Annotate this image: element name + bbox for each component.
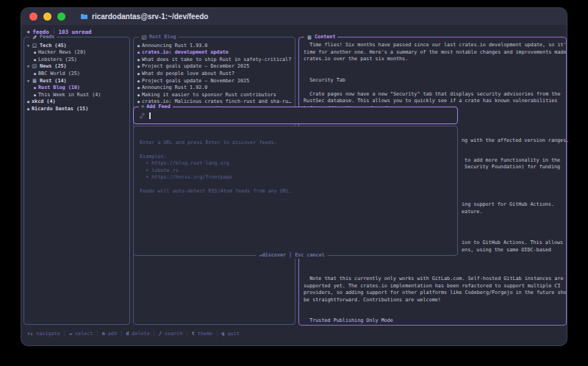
sidebar-folder[interactable]: ▼News (25) xyxy=(24,63,129,71)
article-list-item[interactable]: ●Making it easier to sponsor Rust contri… xyxy=(134,91,295,98)
content-text-line xyxy=(304,70,564,77)
feed-label: Rust (14) xyxy=(40,78,67,84)
unread-dot: ● xyxy=(137,71,140,76)
cancel-hint: Esc cancel xyxy=(295,252,325,259)
status-separator: │ xyxy=(117,330,126,338)
unread-dot: ● xyxy=(137,93,140,97)
unread-dot: ● xyxy=(137,85,140,90)
discover-help-line xyxy=(140,132,292,140)
content-text-fragment: ng with the affected version ranges. xyxy=(462,137,569,145)
sidebar-feed-item[interactable]: ●This Week in Rust (4) xyxy=(24,91,129,98)
status-separator: │ xyxy=(212,330,221,338)
status-key: n xyxy=(102,331,108,337)
sidebar-feed-item[interactable]: ●BBC World (25) xyxy=(24,70,129,77)
article-list-item[interactable]: ●Announcing Rust 1.92.0 xyxy=(134,84,295,91)
content-text-line: supported yet. The crates.io implementat… xyxy=(304,283,564,290)
sidebar-feed-item[interactable]: ●xkcd (4) xyxy=(24,98,129,105)
sidebar-folder[interactable]: ▼Rust (14) xyxy=(24,77,129,85)
link-icon xyxy=(139,112,146,119)
discover-help-line: • lobste.rs xyxy=(140,168,292,175)
status-label: quit xyxy=(227,331,239,337)
unread-count: 103 unread xyxy=(58,28,91,36)
unread-dot: ● xyxy=(27,99,29,104)
unread-dot: ● xyxy=(34,50,36,54)
zoom-button[interactable] xyxy=(57,12,65,21)
feed-label: BBC World (25) xyxy=(38,71,80,76)
article-title: Announcing Rust 1.93.0 xyxy=(142,43,207,49)
discover-help-line xyxy=(140,182,292,189)
window-title-group: ricardodantas@srv-1:~/dev/feedo xyxy=(80,8,208,25)
content-text-line xyxy=(304,304,564,311)
feed-label: Tech (45) xyxy=(40,43,67,49)
article-title: Making it easier to sponsor Rust contrib… xyxy=(142,92,276,98)
content-text-line: Security Tab xyxy=(304,77,564,85)
article-list-item[interactable]: ●crates.io: development update xyxy=(134,49,295,57)
feed-label: Hacker News (20) xyxy=(38,49,86,55)
feed-label: Lobsters (25) xyxy=(38,57,77,62)
sidebar-feed-item[interactable]: ●Rust Blog (10) xyxy=(24,84,129,91)
status-hint-search: / search xyxy=(159,330,183,338)
minimize-button[interactable] xyxy=(43,12,51,21)
article-list: ●Announcing Rust 1.93.0●crates.io: devel… xyxy=(134,37,295,112)
feed-label: Ricardo Dantas (15) xyxy=(32,106,88,112)
article-list-item[interactable]: ●What do people love about Rust? xyxy=(134,70,295,77)
status-separator: │ xyxy=(60,330,69,338)
status-label: search xyxy=(165,331,182,337)
unread-dot: ● xyxy=(137,64,140,68)
feeds-tree: ▼Tech (45)●Hacker News (20)●Lobsters (25… xyxy=(24,37,129,112)
feed-url-input[interactable] xyxy=(135,108,456,123)
status-key: / xyxy=(159,331,165,337)
discover-footer-hints: ↵discover │ Esc cancel xyxy=(256,252,327,259)
status-separator: │ xyxy=(150,330,159,338)
status-hint-quit: q quit xyxy=(221,330,239,338)
status-key: t xyxy=(192,331,198,337)
discover-help-line: • https://blog.rust-lang.org xyxy=(140,160,292,168)
status-hint-delete: d delete xyxy=(126,330,150,338)
sidebar-feed-item[interactable]: ●Lobsters (25) xyxy=(24,56,129,63)
content-text-top: Time flies! Six months have passed since… xyxy=(304,42,564,112)
titlebar: ricardodantas@srv-1:~/dev/feedo xyxy=(21,8,567,25)
feed-label: xkcd (4) xyxy=(32,98,56,104)
content-text-line: crates.io over the past six months. xyxy=(304,56,564,63)
content-text-line: Note that this currently only works with… xyxy=(304,276,564,283)
content-text-line xyxy=(304,63,564,71)
book-icon xyxy=(32,78,37,84)
unread-dot: ● xyxy=(34,57,36,62)
add-feed-modal: + Add Feed xyxy=(133,107,458,124)
chevron-down-icon: ▼ xyxy=(27,43,29,48)
content-text-fragment: eature. xyxy=(462,209,482,216)
unread-dot: ● xyxy=(34,93,36,97)
article-list-item[interactable]: ●Project goals update — December 2025 xyxy=(134,63,295,71)
article-list-item[interactable]: ●Announcing Rust 1.93.0 xyxy=(134,42,295,49)
status-label: select xyxy=(75,331,93,337)
content-text-fragment: ion to GitHub Actions. This allows xyxy=(462,240,563,247)
status-label: theme xyxy=(198,331,212,337)
feeds-panel: Feeds ▼Tech (45)●Hacker News (20)●Lobste… xyxy=(24,37,130,325)
article-title: Project goals update — November 2025 xyxy=(142,78,249,84)
unread-dot: ● xyxy=(137,43,140,48)
discover-help-line: • https://hnrss.org/frontpage xyxy=(140,174,292,182)
chevron-down-icon: ▼ xyxy=(27,79,29,83)
close-button[interactable] xyxy=(29,12,37,21)
status-label: delete xyxy=(132,331,149,337)
article-title: Announcing Rust 1.92.0 xyxy=(142,85,207,90)
status-hint-add: n add xyxy=(102,330,117,338)
terminal-window: ricardodantas@srv-1:~/dev/feedo ●feedo│1… xyxy=(21,7,567,346)
feed-label: News (25) xyxy=(40,63,67,69)
text-cursor xyxy=(149,112,151,119)
status-hint-navigate: ↑↓ navigate xyxy=(27,330,60,338)
sidebar-feed-item[interactable]: ●Hacker News (20) xyxy=(24,49,129,57)
sidebar-feed-item[interactable]: ●Ricardo Dantas (15) xyxy=(24,105,129,112)
status-label: add xyxy=(108,331,117,337)
article-list-item[interactable]: ●What does it take to ship Rust in safet… xyxy=(134,56,295,63)
article-title: crates.io: development update xyxy=(142,49,229,55)
status-bar: ↑↓ navigate │ ↵ select │ n add │ d delet… xyxy=(27,330,240,338)
feed-label: Rust Blog (10) xyxy=(38,85,80,90)
unread-dot: ● xyxy=(137,50,140,54)
chevron-down-icon: ▼ xyxy=(27,64,29,68)
sidebar-folder[interactable]: ▼Tech (45) xyxy=(24,42,129,49)
status-key: ↑↓ xyxy=(27,331,36,337)
feed-label: This Week in Rust (4) xyxy=(38,92,101,98)
discover-help-line xyxy=(140,146,292,154)
article-list-item[interactable]: ●Project goals update — November 2025 xyxy=(134,77,295,85)
